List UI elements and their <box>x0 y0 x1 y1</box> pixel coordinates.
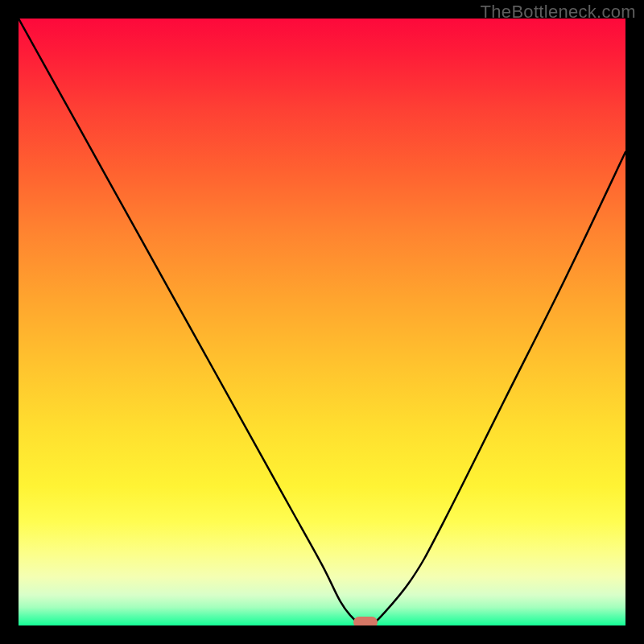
bottleneck-curve-path <box>19 19 625 625</box>
optimum-marker <box>353 617 378 625</box>
watermark-text: TheBottleneck.com <box>481 2 636 23</box>
chart-frame: TheBottleneck.com <box>0 0 644 644</box>
curve-svg <box>19 19 625 625</box>
plot-area <box>19 19 625 625</box>
